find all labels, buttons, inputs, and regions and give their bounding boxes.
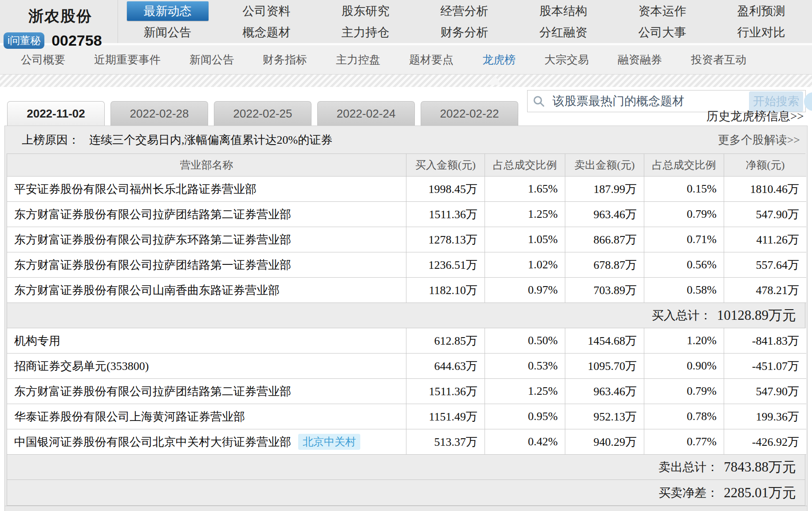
net-amount: -451.07万 bbox=[724, 354, 806, 379]
stock-code-row: i问董秘 002758 bbox=[4, 32, 102, 49]
date-tab[interactable]: 2022-02-28 bbox=[110, 101, 208, 126]
nav-item-latest-news-active[interactable]: 最新动态 bbox=[127, 1, 209, 21]
nav-item[interactable]: 概念题材 bbox=[243, 23, 291, 42]
sell-pct: 0.71% bbox=[644, 227, 724, 252]
stock-code: 002758 bbox=[51, 32, 102, 49]
subnav-item-news[interactable]: 新闻公告 bbox=[189, 52, 234, 67]
col-header-sell-pct: 占总成交比例 bbox=[644, 154, 724, 177]
table-row: 招商证券交易单元(353800) 644.63万 0.53% 1095.70万 … bbox=[7, 354, 805, 379]
date-tab[interactable]: 2022-02-24 bbox=[317, 101, 415, 126]
nav-column: 最新动态 新闻公告 bbox=[118, 0, 217, 43]
date-tab[interactable]: 2022-02-22 bbox=[421, 101, 518, 126]
listing-reason-row: 上榜原因： 连续三个交易日内,涨幅偏离值累计达20%的证券 更多个股解读>> bbox=[5, 126, 807, 153]
stock-identity: 浙农股份 i问董秘 002758 bbox=[0, 0, 118, 43]
department-name: 华泰证券股份有限公司上海黄河路证券营业部 bbox=[7, 404, 406, 429]
sell-pct: 0.77% bbox=[644, 429, 724, 455]
nav-column: 资本运作 公司大事 bbox=[613, 0, 712, 43]
sub-nav: 公司概要 近期重要事件 新闻公告 财务指标 主力控盘 题材要点 龙虎榜 大宗交易… bbox=[0, 45, 812, 75]
sell-pct: 0.79% bbox=[644, 202, 724, 227]
sell-pct: 0.58% bbox=[644, 278, 724, 303]
sell-amount: 1454.68万 bbox=[565, 328, 644, 354]
sell-amount: 703.89万 bbox=[565, 278, 644, 303]
net-amount: -841.83万 bbox=[724, 328, 806, 354]
sell-amount: 866.87万 bbox=[565, 227, 644, 252]
subnav-item-block-trades[interactable]: 大宗交易 bbox=[544, 52, 589, 67]
net-amount: 547.90万 bbox=[724, 379, 806, 404]
nav-column: 盈利预测 行业对比 bbox=[712, 0, 811, 43]
history-lhb-link[interactable]: 历史龙虎榜信息>> bbox=[706, 108, 804, 124]
nav-column: 股东研究 主力持仓 bbox=[316, 0, 415, 43]
subnav-item-recent-events[interactable]: 近期重要事件 bbox=[94, 52, 161, 67]
buy-pct: 1.05% bbox=[485, 227, 565, 252]
buy-pct: 1.25% bbox=[485, 379, 565, 404]
buy-amount: 1998.45万 bbox=[406, 177, 485, 202]
buy-amount: 1511.36万 bbox=[406, 202, 485, 227]
reason-text: 连续三个交易日内,涨幅偏离值累计达20%的证券 bbox=[89, 132, 332, 148]
nav-item[interactable]: 主力持仓 bbox=[342, 23, 390, 42]
department-name: 东方财富证券股份有限公司拉萨团结路第二证券营业部 bbox=[7, 202, 406, 227]
more-stock-analysis-link[interactable]: 更多个股解读>> bbox=[718, 132, 800, 148]
date-tab[interactable]: 2022-02-25 bbox=[214, 101, 311, 126]
buy-amount: 1151.49万 bbox=[406, 404, 485, 429]
department-name: 东方财富证券股份有限公司拉萨团结路第二证券营业部 bbox=[7, 379, 406, 404]
sell-amount: 963.46万 bbox=[565, 379, 644, 404]
table-row: 华泰证券股份有限公司上海黄河路证券营业部 1151.49万 0.95% 952.… bbox=[7, 404, 805, 429]
col-header-buy-pct: 占总成交比例 bbox=[485, 154, 565, 177]
buy-total-label: 买入总计： bbox=[652, 307, 712, 323]
nav-column: 经营分析 财务分析 bbox=[415, 0, 514, 43]
net-diff-label: 买卖净差： bbox=[658, 485, 718, 501]
buy-pct: 0.50% bbox=[485, 328, 565, 354]
nav-item[interactable]: 经营分析 bbox=[441, 1, 489, 21]
nav-item[interactable]: 公司大事 bbox=[639, 23, 686, 42]
nav-column: 股本结构 分红融资 bbox=[514, 0, 613, 43]
table-row: 中国银河证券股份有限公司北京中关村大街证券营业部 北京中关村 513.37万 0… bbox=[7, 429, 805, 455]
table-row: 东方财富证券股份有限公司山南香曲东路证券营业部 1182.10万 0.97% 7… bbox=[7, 278, 805, 303]
sell-pct: 0.90% bbox=[644, 354, 724, 379]
nav-item[interactable]: 股东研究 bbox=[342, 1, 390, 21]
buy-amount: 513.37万 bbox=[406, 429, 485, 455]
subnav-item-theme-points[interactable]: 题材要点 bbox=[409, 52, 453, 67]
net-amount: 411.26万 bbox=[724, 227, 806, 252]
subnav-item-margin-trading[interactable]: 融资融券 bbox=[618, 52, 662, 67]
department-name: 平安证券股份有限公司福州长乐北路证券营业部 bbox=[7, 177, 406, 202]
net-amount: 547.90万 bbox=[724, 202, 806, 227]
net-amount: 199.36万 bbox=[724, 404, 806, 429]
col-header-department: 营业部名称 bbox=[7, 154, 406, 177]
ask-secretary-badge[interactable]: i问董秘 bbox=[4, 32, 44, 49]
nav-item[interactable]: 资本运作 bbox=[639, 1, 686, 21]
nav-item[interactable]: 股本结构 bbox=[540, 1, 587, 21]
stock-lhb-page: 浙农股份 i问董秘 002758 最新动态 新闻公告 公司资料 概念题材 股东研… bbox=[0, 0, 812, 511]
table-row: 机构专用 612.85万 0.50% 1454.68万 1.20% -841.8… bbox=[7, 328, 805, 354]
sell-amount: 952.13万 bbox=[565, 404, 644, 429]
col-header-sell-amount: 卖出金额(元) bbox=[565, 154, 644, 177]
buy-amount: 1236.51万 bbox=[406, 252, 485, 278]
subnav-item-main-force[interactable]: 主力控盘 bbox=[336, 52, 380, 67]
subnav-item-financial-indicators[interactable]: 财务指标 bbox=[263, 52, 307, 67]
buy-total-row: 买入总计： 10128.89万元 bbox=[7, 303, 805, 328]
table-row: 东方财富证券股份有限公司拉萨团结路第一证券营业部 1236.51万 1.02% … bbox=[7, 252, 805, 278]
buy-pct: 0.95% bbox=[485, 404, 565, 429]
search-icon bbox=[533, 95, 544, 107]
table-header-row: 营业部名称 买入金额(元) 占总成交比例 卖出金额(元) 占总成交比例 净额(元… bbox=[7, 154, 805, 177]
nav-item[interactable]: 盈利预测 bbox=[737, 1, 785, 21]
nav-item[interactable]: 行业对比 bbox=[737, 23, 785, 42]
subnav-item-dragon-tiger-active[interactable]: 龙虎榜 bbox=[482, 52, 516, 67]
nav-item[interactable]: 财务分析 bbox=[441, 23, 489, 42]
department-name: 机构专用 bbox=[7, 328, 406, 354]
subnav-item-company-summary[interactable]: 公司概要 bbox=[21, 52, 65, 67]
buy-amount: 612.85万 bbox=[406, 328, 485, 354]
nav-item[interactable]: 分红融资 bbox=[540, 23, 587, 42]
nav-item[interactable]: 新闻公告 bbox=[144, 23, 192, 42]
nav-item[interactable]: 公司资料 bbox=[243, 1, 291, 21]
stock-name: 浙农股份 bbox=[28, 6, 92, 27]
buy-amount: 1278.13万 bbox=[406, 227, 485, 252]
bottom-strip bbox=[4, 506, 808, 511]
subnav-item-investor-interaction[interactable]: 投资者互动 bbox=[691, 52, 746, 67]
nav-column: 公司资料 概念题材 bbox=[217, 0, 316, 43]
date-tab-active[interactable]: 2022-11-02 bbox=[7, 101, 105, 126]
location-tag[interactable]: 北京中关村 bbox=[298, 434, 360, 450]
top-header: 浙农股份 i问董秘 002758 最新动态 新闻公告 公司资料 概念题材 股东研… bbox=[0, 0, 812, 43]
buy-amount: 1511.36万 bbox=[406, 379, 485, 404]
sell-pct: 0.15% bbox=[644, 177, 724, 202]
col-header-buy-amount: 买入金额(元) bbox=[406, 154, 485, 177]
